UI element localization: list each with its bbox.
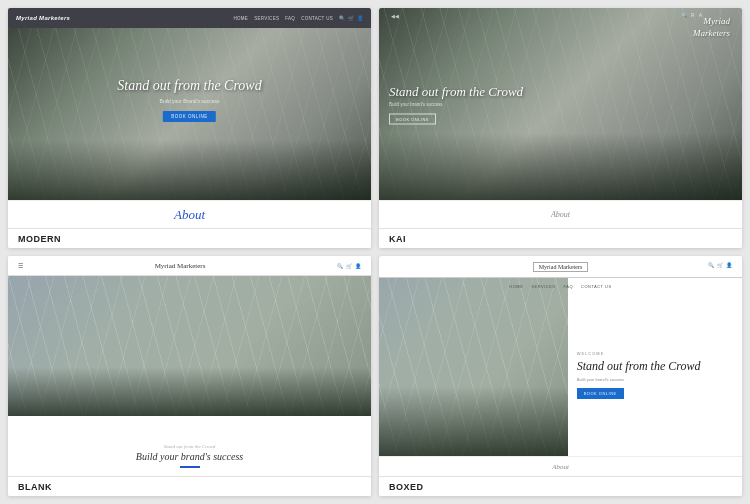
search-icon: 🔍 (339, 15, 345, 21)
blank-user-icon: 👤 (355, 263, 361, 269)
kai-theme-label: KAI (379, 228, 742, 248)
blank-eyebrow: Stand out from the Crowd (18, 444, 361, 449)
theme-blank[interactable]: ☰ Myriad Marketers 🔍 🛒 👤 Stand out from … (8, 256, 371, 496)
boxed-about-link[interactable]: About (552, 463, 569, 471)
modern-nav-home: HOME (233, 16, 248, 21)
kai-about-link[interactable]: About (551, 210, 570, 219)
kai-nav-icons-left: ◀◀ (391, 13, 399, 19)
modern-hero-subtitle: Build your Brand's success (44, 98, 334, 104)
modern-logo: Myriad Marketers (16, 15, 70, 21)
kai-search-icon: 🔍 (681, 12, 687, 18)
boxed-hero-content: WELCOME Stand out from the Crowd Build y… (569, 294, 732, 456)
boxed-user-icon: 👤 (726, 262, 732, 268)
boxed-nav-contact: CONTACT US (581, 284, 612, 289)
cart-icon: 🛒 (348, 15, 354, 21)
kai-nav-icons-right: 🔍 R A (681, 12, 702, 18)
blank-theme-label: BLANK (8, 476, 371, 496)
blank-nav-icons: 🔍 🛒 👤 (337, 263, 361, 269)
blank-divider (180, 466, 200, 468)
modern-hero: Stand out from the Crowd Build your Bran… (44, 78, 334, 122)
boxed-nav-icons: 🔍 🛒 👤 (708, 262, 732, 268)
boxed-nav-home: HOME (509, 284, 523, 289)
modern-nav-contact: CONTACT US (301, 16, 333, 21)
boxed-hero-title: Stand out from the Crowd (577, 359, 701, 373)
kai-about-section: About (379, 200, 742, 228)
modern-book-button[interactable]: BOOK ONLINE (163, 111, 216, 122)
kai-hero-subtitle: Build your brand's success (389, 102, 589, 107)
boxed-navbar: Myriad Marketers (379, 256, 742, 278)
boxed-nav-faq: FAQ (564, 284, 574, 289)
modern-hero-title: Stand out from the Crowd (44, 78, 334, 95)
blank-logo: Myriad Marketers (155, 262, 206, 270)
blank-search-icon: 🔍 (337, 263, 343, 269)
kai-hero: Stand out from the Crowd Build your bran… (389, 84, 589, 125)
kai-book-button[interactable]: BOOK ONLINE (389, 114, 436, 125)
boxed-nav-services: SERVICES (531, 284, 555, 289)
kai-r-icon: R (691, 12, 695, 18)
theme-boxed[interactable]: Myriad Marketers HOME SERVICES FAQ CONTA… (379, 256, 742, 496)
modern-navbar: Myriad Marketers HOME SERVICES FAQ CONTA… (8, 8, 371, 28)
boxed-search-icon: 🔍 (708, 262, 714, 268)
modern-nav-icons: 🔍 🛒 👤 (339, 15, 363, 21)
modern-nav-links: HOME SERVICES FAQ CONTACT US (233, 16, 333, 21)
blank-hamburger[interactable]: ☰ (18, 262, 23, 269)
theme-kai[interactable]: Myriad Marketers ◀◀ 🔍 R A Stand out from… (379, 8, 742, 248)
kai-brand: Myriad Marketers (693, 16, 730, 39)
modern-about-link[interactable]: About (174, 207, 205, 223)
theme-modern[interactable]: Myriad Marketers HOME SERVICES FAQ CONTA… (8, 8, 371, 248)
boxed-cart-icon: 🛒 (717, 262, 723, 268)
boxed-about-section: About (379, 456, 742, 476)
boxed-theme-label: BOXED (379, 476, 742, 496)
kai-hero-title: Stand out from the Crowd (389, 84, 589, 100)
kai-a-icon: A (699, 12, 702, 18)
kai-nav-volume: ◀◀ (391, 13, 399, 19)
user-icon: 👤 (357, 15, 363, 21)
modern-theme-label: MODERN (8, 228, 371, 248)
boxed-welcome: WELCOME (577, 351, 605, 356)
kai-logo-line2: Marketers (693, 28, 730, 40)
blank-cart-icon: 🛒 (346, 263, 352, 269)
boxed-subnav: HOME SERVICES FAQ CONTACT US (509, 284, 611, 289)
boxed-hero-subtitle: Build your brand's success (577, 377, 624, 382)
boxed-logo: Myriad Marketers (533, 262, 589, 272)
modern-about-section: About (8, 200, 371, 228)
blank-navbar: ☰ Myriad Marketers 🔍 🛒 👤 (8, 256, 371, 276)
boxed-book-button[interactable]: BOOK ONLINE (577, 388, 624, 399)
modern-nav-faq: FAQ (285, 16, 295, 21)
blank-main-title: Build your brand's success (18, 451, 361, 462)
modern-nav-services: SERVICES (254, 16, 279, 21)
blank-hero-content: Stand out from the Crowd Build your bran… (8, 438, 371, 476)
